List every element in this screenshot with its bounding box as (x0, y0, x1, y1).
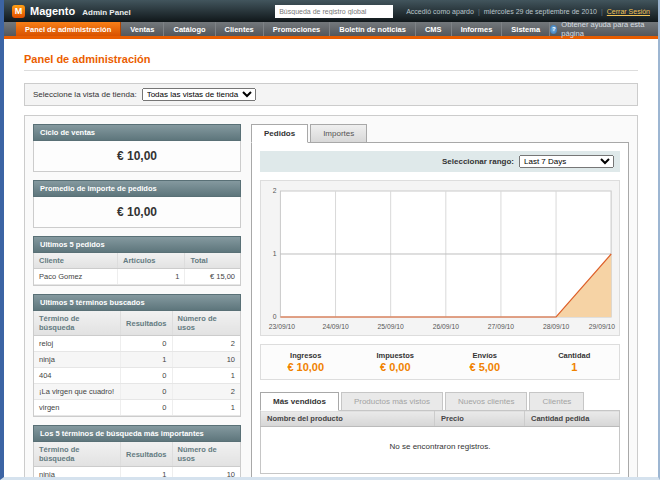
tab-orders[interactable]: Pedidos (251, 124, 308, 143)
cell-results: 1 (121, 467, 172, 480)
table-row[interactable]: reloj 0 2 (34, 336, 240, 352)
lifetime-sales-title: Ciclo de ventas (33, 124, 241, 141)
cell-results: 0 (121, 336, 172, 352)
nav-item-promotions[interactable]: Promociones (264, 22, 331, 36)
cell-customer: Paco Gomez (34, 269, 117, 285)
help-link[interactable]: ? Obtener ayuda para esta página (550, 22, 658, 36)
average-orders-title: Promedio de importe de pedidos (33, 180, 241, 197)
svg-text:26/09/10: 26/09/10 (433, 323, 459, 330)
stat-revenue: Ingresos € 10,00 (261, 351, 351, 373)
col-price: Precio (435, 411, 525, 427)
logged-in-text: Accedió como apardo (406, 8, 474, 15)
nav-item-newsletter[interactable]: Boletín de noticias (330, 22, 416, 36)
stat-value: € 5,00 (440, 361, 530, 373)
lifetime-sales-panel: Ciclo de ventas € 10,00 (33, 124, 241, 172)
cell-term: reloj (34, 336, 121, 352)
cell-total: € 15,00 (185, 269, 240, 285)
cell-results: 1 (121, 352, 172, 368)
tab-amounts[interactable]: Importes (310, 124, 367, 143)
tab-bestsellers[interactable]: Más vendidos (260, 392, 339, 411)
stat-quantity: Cantidad 1 (530, 351, 620, 373)
stat-label: Cantidad (530, 351, 620, 360)
stat-label: Impuestos (351, 351, 441, 360)
top-search-terms-table: Término de búsqueda Resultados Número de… (34, 442, 240, 480)
cell-uses: 1 (172, 368, 240, 384)
svg-text:1: 1 (273, 250, 277, 257)
table-row[interactable]: ninja 1 10 (34, 352, 240, 368)
orders-chart-frame: 01223/09/1024/09/1025/09/1026/09/1027/09… (260, 180, 620, 336)
lifetime-sales-value: € 10,00 (34, 141, 240, 171)
help-label: Obtener ayuda para esta página (561, 20, 648, 38)
col-header: Resultados (121, 442, 172, 467)
bottom-tabs: Más vendidos Productos más vistos Nuevos… (260, 392, 620, 411)
stat-value: € 0,00 (351, 361, 441, 373)
nav-item-cms[interactable]: CMS (416, 22, 452, 36)
orders-tab-content: Seleccionar rango: Last 7 Days 01223/09/… (251, 142, 629, 480)
table-row[interactable]: virgen 0 1 (34, 400, 240, 416)
cell-uses: 1 (172, 400, 240, 416)
cell-uses: 2 (172, 336, 240, 352)
range-label: Seleccionar rango: (442, 157, 514, 166)
dashboard-sidebar: Ciclo de ventas € 10,00 Promedio de impo… (33, 124, 241, 480)
nav-item-dashboard[interactable]: Panel de administración (16, 22, 121, 36)
cell-results: 0 (121, 400, 172, 416)
col-header: Término de búsqueda (34, 311, 121, 336)
store-view-label: Seleccione la vista de tienda: (33, 90, 137, 99)
dashboard-container: Ciclo de ventas € 10,00 Promedio de impo… (24, 115, 638, 480)
stat-shipping: Envíos € 5,00 (440, 351, 530, 373)
logout-link[interactable]: Cerrar Sesión (607, 8, 650, 15)
cell-term: ninja (34, 467, 121, 480)
top-search-terms-title: Los 5 términos de búsqueda más important… (33, 425, 241, 442)
separator: | (601, 8, 603, 15)
cell-term: 404 (34, 368, 121, 384)
table-row[interactable]: ninja 1 10 (34, 467, 240, 480)
svg-text:28/09/10: 28/09/10 (543, 323, 569, 330)
separator: | (478, 8, 480, 15)
average-orders-value: € 10,00 (34, 197, 240, 227)
store-view-bar: Seleccione la vista de tienda: Todas las… (24, 83, 638, 106)
totals-row: Ingresos € 10,00 Impuestos € 0,00 Envíos… (260, 344, 620, 380)
nav-item-system[interactable]: Sistema (502, 22, 550, 36)
average-orders-panel: Promedio de importe de pedidos € 10,00 (33, 180, 241, 228)
page-content: Panel de administración Seleccione la vi… (4, 39, 658, 480)
tab-most-viewed[interactable]: Productos más vistos (341, 392, 443, 411)
range-select[interactable]: Last 7 Days (519, 155, 614, 168)
global-search-input[interactable] (275, 5, 393, 18)
bestsellers-table: Nombre del producto Precio Cantidad pedi… (260, 410, 620, 474)
table-row[interactable]: ¡La virgen que cuadro! 0 2 (34, 384, 240, 400)
brand-suffix: Admin Panel (82, 6, 130, 17)
stat-label: Ingresos (261, 351, 351, 360)
cell-items: 1 (117, 269, 184, 285)
last-orders-table: Cliente Artículos Total Paco Gomez 1 € 1… (34, 253, 240, 285)
stat-value: € 10,00 (261, 361, 351, 373)
col-product-name: Nombre del producto (261, 411, 435, 427)
nav-item-customers[interactable]: Clientes (216, 22, 264, 36)
col-header: Término de búsqueda (34, 442, 121, 467)
svg-text:23/09/10: 23/09/10 (269, 323, 295, 330)
last-orders-panel: Ultimos 5 pedidos Cliente Artículos Tota… (33, 236, 241, 286)
nav-item-sales[interactable]: Ventas (121, 22, 164, 36)
top-search-terms-panel: Los 5 términos de búsqueda más important… (33, 425, 241, 480)
current-date: miércoles 29 de septiembre de 2010 (484, 8, 597, 15)
cell-uses: 10 (172, 352, 240, 368)
empty-row: No se encontraron registros. (261, 427, 620, 474)
svg-text:25/09/10: 25/09/10 (378, 323, 404, 330)
page-title: Panel de administración (24, 53, 638, 65)
svg-text:0: 0 (273, 313, 277, 320)
table-row[interactable]: Paco Gomez 1 € 15,00 (34, 269, 240, 285)
cell-term: ¡La virgen que cuadro! (34, 384, 121, 400)
store-view-select[interactable]: Todas las vistas de tienda (142, 88, 256, 101)
nav-item-catalog[interactable]: Catálogo (164, 22, 215, 36)
table-row[interactable]: 404 0 1 (34, 368, 240, 384)
nav-item-reports[interactable]: Informes (452, 22, 503, 36)
stat-label: Envíos (440, 351, 530, 360)
header-bar: M Magento Admin Panel Accedió como apard… (4, 0, 658, 22)
magento-admin-window: M Magento Admin Panel Accedió como apard… (0, 0, 660, 480)
magento-logo-icon: M (12, 5, 25, 18)
tab-customers[interactable]: Clientes (529, 392, 584, 411)
tab-new-customers[interactable]: Nuevos clientes (445, 392, 527, 411)
last-search-terms-table: Término de búsqueda Resultados Número de… (34, 311, 240, 416)
col-header: Número de usos (172, 442, 240, 467)
main-nav: Panel de administración Ventas Catálogo … (4, 22, 658, 39)
dashboard-main: Pedidos Importes Seleccionar rango: Last… (251, 124, 629, 480)
